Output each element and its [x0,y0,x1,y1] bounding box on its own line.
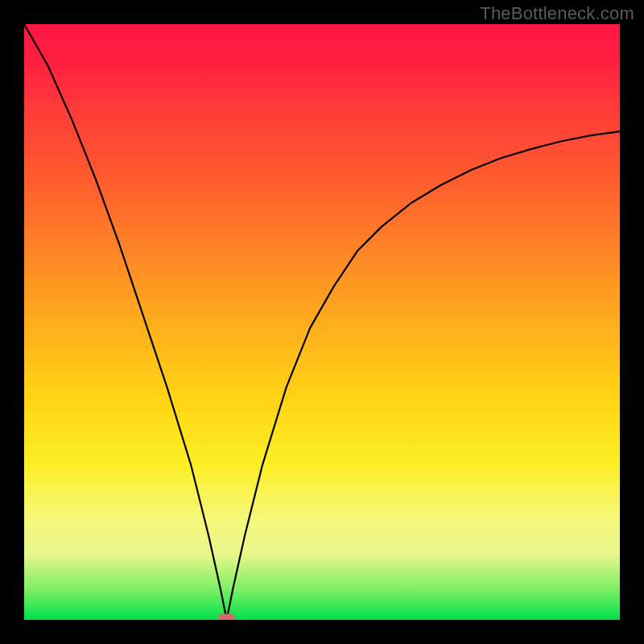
plot-area [24,24,620,620]
bottleneck-curve [24,24,620,620]
curve-svg [24,24,620,620]
chart-frame: TheBottleneck.com [0,0,644,644]
nadir-marker-icon [219,614,235,620]
watermark-text: TheBottleneck.com [480,3,634,24]
